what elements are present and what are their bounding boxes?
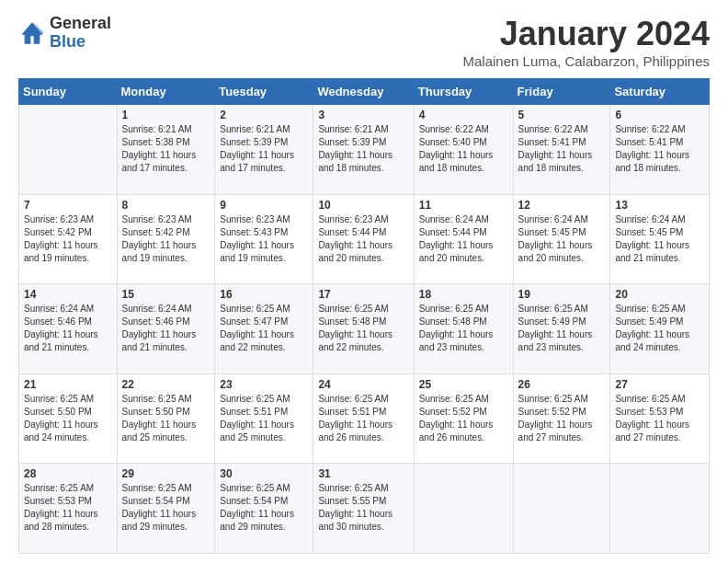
day-info: Sunrise: 6:25 AMSunset: 5:49 PMDaylight:… [518, 303, 606, 354]
day-info: Sunrise: 6:25 AMSunset: 5:47 PMDaylight:… [220, 303, 308, 354]
day-number: 18 [419, 288, 508, 301]
day-info: Sunrise: 6:25 AMSunset: 5:55 PMDaylight:… [318, 482, 408, 534]
header: General Blue January 2024 Malainen Luma,… [18, 15, 710, 69]
week-row-3: 21Sunrise: 6:25 AMSunset: 5:50 PMDayligh… [19, 373, 710, 464]
day-cell: 5Sunrise: 6:22 AMSunset: 5:41 PMDaylight… [513, 105, 610, 195]
day-info: Sunrise: 6:22 AMSunset: 5:40 PMDaylight:… [419, 123, 508, 175]
day-number: 12 [518, 199, 606, 212]
day-cell: 28Sunrise: 6:25 AMSunset: 5:53 PMDayligh… [19, 464, 118, 554]
day-info: Sunrise: 6:23 AMSunset: 5:44 PMDaylight:… [318, 213, 408, 265]
day-number: 22 [122, 378, 210, 391]
day-cell: 14Sunrise: 6:24 AMSunset: 5:46 PMDayligh… [19, 284, 118, 374]
day-cell: 1Sunrise: 6:21 AMSunset: 5:38 PMDaylight… [117, 105, 215, 195]
page: General Blue January 2024 Malainen Luma,… [0, 0, 728, 563]
day-number: 15 [122, 288, 210, 301]
day-info: Sunrise: 6:25 AMSunset: 5:52 PMDaylight:… [419, 393, 508, 444]
day-cell: 17Sunrise: 6:25 AMSunset: 5:48 PMDayligh… [313, 284, 414, 374]
day-info: Sunrise: 6:25 AMSunset: 5:53 PMDaylight:… [615, 393, 704, 444]
col-friday: Friday [513, 79, 610, 105]
col-tuesday: Tuesday [215, 79, 313, 105]
day-number: 28 [24, 467, 112, 480]
day-info: Sunrise: 6:21 AMSunset: 5:39 PMDaylight:… [220, 123, 308, 175]
day-cell: 27Sunrise: 6:25 AMSunset: 5:53 PMDayligh… [610, 373, 710, 464]
day-cell [610, 464, 710, 554]
day-number: 30 [220, 467, 308, 480]
day-cell [414, 464, 513, 554]
day-number: 8 [122, 199, 210, 212]
day-number: 25 [419, 378, 508, 391]
day-info: Sunrise: 6:24 AMSunset: 5:45 PMDaylight:… [518, 213, 606, 265]
logo-blue-text: Blue [50, 33, 111, 52]
day-number: 19 [518, 288, 606, 301]
day-cell: 19Sunrise: 6:25 AMSunset: 5:49 PMDayligh… [513, 284, 610, 374]
col-saturday: Saturday [610, 79, 710, 105]
day-number: 31 [318, 467, 408, 480]
day-number: 3 [318, 109, 408, 121]
logo-general-text: General [50, 15, 111, 33]
col-thursday: Thursday [414, 79, 513, 105]
day-cell: 21Sunrise: 6:25 AMSunset: 5:50 PMDayligh… [19, 373, 118, 464]
day-number: 26 [518, 378, 606, 391]
col-monday: Monday [117, 79, 215, 105]
col-wednesday: Wednesday [313, 79, 414, 105]
week-row-0: 1Sunrise: 6:21 AMSunset: 5:38 PMDaylight… [19, 105, 710, 195]
day-cell: 3Sunrise: 6:21 AMSunset: 5:39 PMDaylight… [313, 105, 414, 195]
day-info: Sunrise: 6:21 AMSunset: 5:39 PMDaylight:… [318, 123, 408, 175]
day-cell: 23Sunrise: 6:25 AMSunset: 5:51 PMDayligh… [215, 373, 313, 464]
day-cell [513, 464, 610, 554]
day-info: Sunrise: 6:24 AMSunset: 5:46 PMDaylight:… [122, 303, 210, 354]
day-cell: 16Sunrise: 6:25 AMSunset: 5:47 PMDayligh… [215, 284, 313, 374]
day-number: 17 [318, 288, 408, 301]
subtitle: Malainen Luma, Calabarzon, Philippines [463, 53, 711, 69]
day-number: 13 [615, 199, 704, 212]
day-cell: 8Sunrise: 6:23 AMSunset: 5:42 PMDaylight… [117, 194, 215, 284]
day-info: Sunrise: 6:25 AMSunset: 5:48 PMDaylight:… [318, 303, 408, 354]
day-number: 23 [220, 378, 308, 391]
day-info: Sunrise: 6:25 AMSunset: 5:54 PMDaylight:… [122, 482, 210, 534]
day-number: 20 [615, 288, 704, 301]
day-number: 16 [220, 288, 308, 301]
day-cell: 13Sunrise: 6:24 AMSunset: 5:45 PMDayligh… [610, 194, 710, 284]
day-cell: 30Sunrise: 6:25 AMSunset: 5:54 PMDayligh… [215, 464, 313, 554]
day-cell: 15Sunrise: 6:24 AMSunset: 5:46 PMDayligh… [117, 284, 215, 374]
week-row-4: 28Sunrise: 6:25 AMSunset: 5:53 PMDayligh… [19, 464, 710, 554]
day-info: Sunrise: 6:25 AMSunset: 5:53 PMDaylight:… [24, 482, 112, 534]
day-cell: 20Sunrise: 6:25 AMSunset: 5:49 PMDayligh… [610, 284, 710, 374]
calendar-body: 1Sunrise: 6:21 AMSunset: 5:38 PMDaylight… [19, 105, 710, 554]
day-info: Sunrise: 6:24 AMSunset: 5:44 PMDaylight:… [419, 213, 508, 265]
day-info: Sunrise: 6:25 AMSunset: 5:49 PMDaylight:… [615, 303, 704, 354]
day-cell: 9Sunrise: 6:23 AMSunset: 5:43 PMDaylight… [215, 194, 313, 284]
day-cell: 29Sunrise: 6:25 AMSunset: 5:54 PMDayligh… [117, 464, 215, 554]
day-info: Sunrise: 6:21 AMSunset: 5:38 PMDaylight:… [122, 123, 210, 175]
title-block: January 2024 Malainen Luma, Calabarzon, … [463, 15, 711, 69]
day-number: 14 [24, 288, 112, 301]
col-sunday: Sunday [19, 79, 118, 105]
day-number: 10 [318, 199, 408, 212]
day-cell: 24Sunrise: 6:25 AMSunset: 5:51 PMDayligh… [313, 373, 414, 464]
header-row: Sunday Monday Tuesday Wednesday Thursday… [19, 79, 710, 105]
day-cell: 2Sunrise: 6:21 AMSunset: 5:39 PMDaylight… [215, 105, 313, 195]
day-cell: 12Sunrise: 6:24 AMSunset: 5:45 PMDayligh… [513, 194, 610, 284]
day-number: 24 [318, 378, 408, 391]
day-number: 4 [419, 109, 508, 121]
calendar-table: Sunday Monday Tuesday Wednesday Thursday… [18, 78, 710, 554]
day-info: Sunrise: 6:25 AMSunset: 5:51 PMDaylight:… [318, 393, 408, 444]
day-info: Sunrise: 6:25 AMSunset: 5:54 PMDaylight:… [220, 482, 308, 534]
day-number: 29 [122, 467, 210, 480]
logo: General Blue [18, 15, 111, 52]
week-row-1: 7Sunrise: 6:23 AMSunset: 5:42 PMDaylight… [19, 194, 710, 284]
day-cell: 31Sunrise: 6:25 AMSunset: 5:55 PMDayligh… [313, 464, 414, 554]
day-number: 27 [615, 378, 704, 391]
logo-icon [18, 19, 46, 47]
day-number: 1 [122, 109, 210, 121]
day-cell: 18Sunrise: 6:25 AMSunset: 5:48 PMDayligh… [414, 284, 513, 374]
day-info: Sunrise: 6:22 AMSunset: 5:41 PMDaylight:… [518, 123, 606, 175]
day-info: Sunrise: 6:24 AMSunset: 5:46 PMDaylight:… [24, 303, 112, 354]
day-cell [19, 105, 118, 195]
day-cell: 25Sunrise: 6:25 AMSunset: 5:52 PMDayligh… [414, 373, 513, 464]
day-info: Sunrise: 6:25 AMSunset: 5:52 PMDaylight:… [518, 393, 606, 444]
logo-text: General Blue [50, 15, 111, 52]
day-info: Sunrise: 6:25 AMSunset: 5:48 PMDaylight:… [419, 303, 508, 354]
svg-marker-0 [21, 22, 42, 43]
day-cell: 7Sunrise: 6:23 AMSunset: 5:42 PMDaylight… [19, 194, 118, 284]
